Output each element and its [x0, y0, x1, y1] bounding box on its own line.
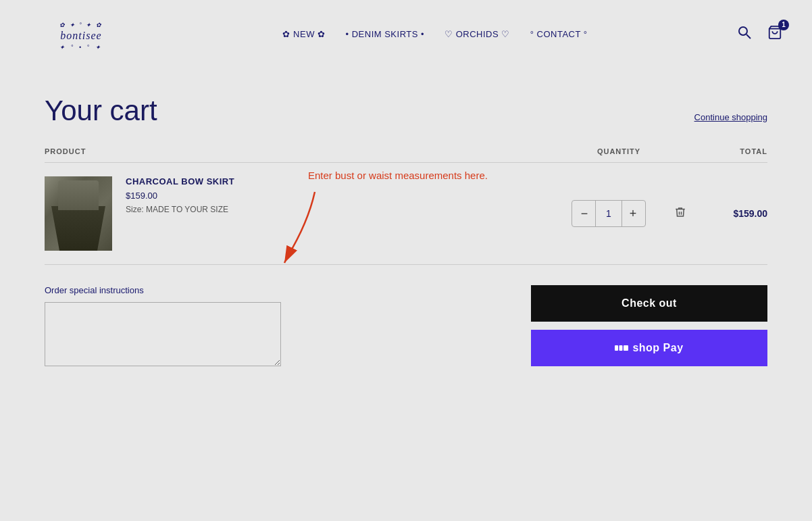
- quantity-area: − 1 +: [551, 200, 686, 227]
- instructions-textarea[interactable]: [45, 302, 281, 366]
- shop-pay-label: shop Pay: [632, 342, 683, 354]
- quantity-decrease-button[interactable]: −: [574, 201, 595, 226]
- svg-line-4: [746, 34, 751, 39]
- svg-text:bontisee: bontisee: [60, 30, 101, 41]
- product-price: $159.00: [126, 191, 234, 201]
- annotation-text: Enter bust or waist measurements here.: [308, 170, 488, 181]
- quantity-increase-button[interactable]: +: [622, 201, 644, 226]
- product-image: [45, 176, 112, 251]
- nav-denim[interactable]: • DENIM SKIRTS •: [346, 29, 425, 39]
- instructions-label: Order special instructions: [45, 285, 490, 295]
- product-size: Size: MADE TO YOUR SIZE: [126, 205, 234, 214]
- main-nav: ✿ NEW ✿ • DENIM SKIRTS • ♡ ORCHIDS ♡ ° C…: [282, 29, 587, 39]
- checkout-button[interactable]: Check out: [531, 285, 767, 322]
- product-name: CHARCOAL BOW SKIRT: [126, 176, 234, 187]
- search-button[interactable]: [735, 23, 754, 45]
- checkout-buttons: Check out shop Pay: [531, 285, 767, 366]
- product-info: CHARCOAL BOW SKIRT $159.00 Size: MADE TO…: [45, 176, 551, 251]
- trash-icon: [674, 206, 686, 218]
- svg-point-3: [739, 27, 747, 35]
- svg-text:✿ ✦ ° ✦ ✿: ✿ ✦ ° ✦ ✿: [59, 22, 103, 28]
- cart-item-row: CHARCOAL BOW SKIRT $159.00 Size: MADE TO…: [45, 163, 767, 265]
- annotation-arrow: [254, 189, 335, 276]
- nav-contact[interactable]: ° CONTACT °: [530, 29, 588, 39]
- col-product-label: PRODUCT: [45, 147, 551, 155]
- delete-item-button[interactable]: [674, 206, 686, 221]
- svg-rect-7: [615, 345, 618, 351]
- cart-title: Your cart: [45, 95, 157, 127]
- svg-rect-8: [619, 345, 623, 351]
- annotation-container: Enter bust or waist measurements here.: [308, 170, 488, 182]
- nav-orchids[interactable]: ♡ ORCHIDS ♡: [445, 29, 510, 39]
- logo[interactable]: ✿ ✦ ° ✦ ✿ bontisee ✦ ° • ° ✦: [27, 10, 135, 57]
- svg-text:✦ ° • ° ✦: ✦ ° • ° ✦: [59, 44, 102, 51]
- quantity-value: 1: [595, 201, 622, 226]
- item-total: $159.00: [686, 208, 767, 219]
- continue-shopping-button[interactable]: Continue shopping: [694, 112, 767, 122]
- product-details: CHARCOAL BOW SKIRT $159.00 Size: MADE TO…: [126, 176, 234, 214]
- search-icon: [738, 26, 751, 39]
- quantity-control: − 1 +: [572, 200, 646, 227]
- shop-pay-button[interactable]: shop Pay: [531, 330, 767, 366]
- nav-new[interactable]: ✿ NEW ✿: [282, 29, 325, 39]
- svg-rect-9: [624, 345, 628, 351]
- instructions-section: Order special instructions: [45, 285, 490, 369]
- cart-badge: 1: [778, 20, 789, 30]
- col-total-label: TOTAL: [686, 147, 767, 155]
- shop-pay-icon: [615, 343, 628, 353]
- col-quantity-label: QUANTITY: [551, 147, 686, 155]
- header-icons: 1: [735, 22, 785, 46]
- cart-button[interactable]: 1: [765, 22, 785, 46]
